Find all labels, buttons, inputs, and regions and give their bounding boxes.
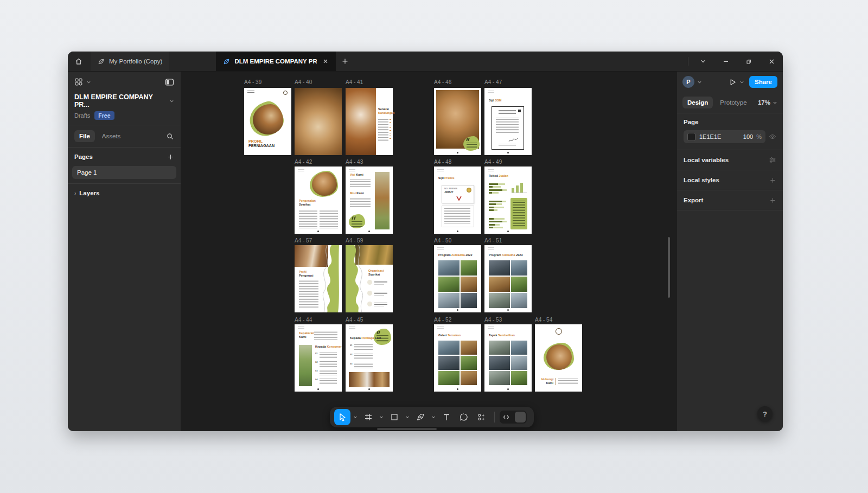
frame-label[interactable]: A4 - 40 [295, 79, 312, 85]
comment-tool-button[interactable] [456, 409, 472, 425]
avatar[interactable]: P [682, 76, 694, 88]
frame-a4-48[interactable]: Sijil Premis NO. PREMIS J08627 [434, 167, 481, 234]
home-button[interactable] [68, 52, 90, 71]
frame-label[interactable]: A4 - 52 [434, 317, 451, 323]
frame-label[interactable]: A4 - 59 [346, 238, 363, 244]
horizontal-scrollbar[interactable] [377, 428, 437, 430]
page-list-item-page1[interactable]: Page 1 [72, 166, 176, 179]
title-main: Syarikat [299, 203, 316, 207]
share-button[interactable]: Share [749, 76, 777, 88]
tab-my-portfolio[interactable]: My Portfolio (Copy) [91, 52, 169, 71]
text-tool-icon [442, 413, 451, 421]
frame-tool-menu[interactable] [378, 409, 385, 425]
frame-a4-50[interactable]: Program Aidiladha 2022 [434, 245, 481, 312]
shape-tool-button[interactable] [386, 409, 403, 425]
figma-menu-button[interactable] [74, 78, 83, 86]
page-color-field[interactable]: 1E1E1E 100 % [684, 130, 765, 143]
new-tab-button[interactable] [336, 52, 354, 71]
frame-label[interactable]: A4 - 51 [484, 238, 502, 244]
minimize-button[interactable] [714, 52, 737, 71]
color-swatch[interactable] [687, 133, 695, 141]
move-tool-button[interactable] [334, 409, 350, 425]
tab-design[interactable]: Design [682, 97, 713, 108]
frame-a4-57[interactable]: Profil Pengerusi [295, 245, 342, 312]
tab-dlm-empire[interactable]: DLM EMPIRE COMPANY PROFILE [216, 52, 336, 71]
actions-button[interactable] [473, 409, 489, 425]
panel-toggle-button[interactable] [165, 78, 174, 86]
page-number-dot [457, 231, 458, 232]
frame-a4-40[interactable] [295, 88, 342, 155]
frame-label[interactable]: A4 - 49 [484, 159, 502, 165]
local-styles-row[interactable]: Local styles [677, 170, 783, 190]
frame-a4-53[interactable]: Tapak Sembelihan [484, 324, 532, 392]
frame-label[interactable]: A4 - 48 [434, 159, 451, 165]
frame-label[interactable]: A4 - 57 [295, 238, 312, 244]
divider [556, 378, 556, 385]
chevron-down-icon[interactable] [169, 99, 174, 104]
frame-label[interactable]: A4 - 39 [244, 79, 261, 85]
license-card: NO. PREMIS J08627 [442, 185, 474, 203]
tab-prototype[interactable]: Prototype [715, 97, 751, 108]
close-tab-button[interactable] [322, 58, 329, 65]
tab-file[interactable]: File [74, 130, 95, 142]
restore-button[interactable] [737, 52, 760, 71]
page-logo [488, 247, 494, 249]
frame-label[interactable]: A4 - 41 [346, 79, 363, 85]
frame-label[interactable]: A4 - 44 [295, 317, 312, 323]
frame-a4-45[interactable]: Kepada Perniaga Lain 01 02 03 [346, 324, 393, 392]
frame-a4-51[interactable]: Program Aidiladha 2023 [484, 245, 532, 312]
file-name[interactable]: DLM EMPIRE COMPANY PR... [74, 93, 166, 108]
present-button[interactable] [729, 78, 737, 86]
tab-assets[interactable]: Assets [97, 130, 126, 142]
pen-tool-button[interactable] [412, 409, 429, 425]
close-window-button[interactable] [760, 52, 783, 71]
pen-tool-menu[interactable] [430, 409, 437, 425]
frame-label[interactable]: A4 - 42 [295, 159, 312, 165]
frame-label[interactable]: A4 - 47 [484, 79, 502, 85]
color-hex-value[interactable]: 1E1E1E [699, 133, 739, 140]
frame-a4-46[interactable] [434, 88, 481, 155]
zoom-level-control[interactable]: 17% [758, 99, 777, 106]
export-row[interactable]: Export [677, 190, 783, 210]
frame-a4-39[interactable]: PROFIL PERNIAGAAN [244, 88, 291, 155]
search-button[interactable] [166, 132, 174, 140]
eye-icon[interactable] [769, 133, 776, 140]
title-main: Pengerusi [299, 274, 314, 278]
canvas[interactable]: A4 - 39 PROFIL PERNIAGAAN A4 - 40 A4 - 4… [181, 72, 677, 431]
frame-a4-43[interactable]: Visi Kami Misi Kami [346, 167, 393, 234]
plus-icon[interactable] [769, 177, 776, 184]
frame-label[interactable]: A4 - 45 [346, 317, 363, 323]
frame-label[interactable]: A4 - 46 [434, 79, 451, 85]
chevron-down-icon[interactable] [697, 80, 702, 85]
frame-a4-41[interactable]: Senarai Kandungan [346, 88, 393, 155]
chevron-down-icon[interactable] [739, 80, 744, 85]
frame-label[interactable]: A4 - 43 [346, 159, 363, 165]
title-accent: Jualan [499, 174, 508, 177]
frame-a4-49[interactable]: Rekod Jualan [484, 167, 532, 234]
plus-icon[interactable] [769, 197, 776, 204]
frame-label[interactable]: A4 - 54 [535, 317, 552, 323]
opacity-value[interactable]: 100 [743, 133, 753, 140]
frame-tool-button[interactable] [360, 409, 376, 425]
frame-label[interactable]: A4 - 50 [434, 238, 451, 244]
title-main: Tapak [489, 334, 497, 337]
frame-a4-54[interactable]: Hubungi Kami [535, 324, 582, 392]
move-tool-menu[interactable] [352, 409, 359, 425]
frame-a4-44[interactable]: Kepakaran Kami Kepada Konsumer 01 02 03 … [295, 324, 342, 392]
frame-a4-42[interactable]: Pengenalan Syarikat [295, 167, 342, 234]
frame-label[interactable]: A4 - 53 [484, 317, 502, 323]
vertical-scrollbar[interactable] [668, 237, 670, 298]
help-button[interactable]: ? [757, 406, 773, 421]
window-menu-button[interactable] [692, 52, 714, 71]
frame-a4-47[interactable]: Sijil SSM [484, 88, 532, 155]
dev-mode-toggle[interactable] [500, 411, 527, 424]
file-location[interactable]: Drafts [74, 112, 90, 119]
layers-section-toggle[interactable]: › Layers [68, 184, 181, 202]
text-tool-button[interactable] [438, 409, 455, 425]
local-variables-row[interactable]: Local variables [677, 150, 783, 170]
add-page-button[interactable] [167, 153, 174, 161]
shape-tool-menu[interactable] [404, 409, 411, 425]
frame-a4-59[interactable]: Organisasi Syarikat [346, 245, 393, 312]
frame-a4-52[interactable]: Galeri Ternakan [434, 324, 481, 392]
variables-icon[interactable] [769, 156, 776, 164]
